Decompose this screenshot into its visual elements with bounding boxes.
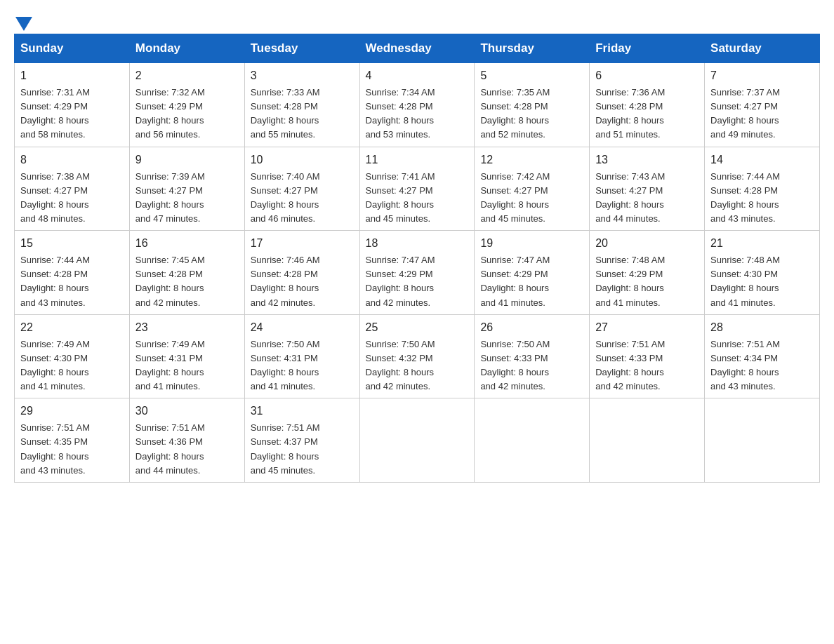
cell-sun-data: Sunrise: 7:39 AMSunset: 4:27 PMDaylight:… [135,170,239,227]
cell-sun-data: Sunrise: 7:51 AMSunset: 4:35 PMDaylight:… [20,421,124,478]
day-number: 31 [251,403,354,420]
day-number: 9 [135,152,239,168]
calendar-cell [590,398,705,483]
cell-sun-data: Sunrise: 7:44 AMSunset: 4:28 PMDaylight:… [20,253,124,310]
page-header [14,14,820,27]
calendar-cell: 11Sunrise: 7:41 AMSunset: 4:27 PMDayligh… [359,147,475,231]
day-number: 30 [135,403,239,420]
calendar-cell: 21Sunrise: 7:48 AMSunset: 4:30 PMDayligh… [705,231,820,315]
calendar-cell: 2Sunrise: 7:32 AMSunset: 4:29 PMDaylight… [129,63,244,147]
calendar-cell [705,398,820,483]
calendar-cell: 31Sunrise: 7:51 AMSunset: 4:37 PMDayligh… [244,398,359,483]
calendar-cell: 20Sunrise: 7:48 AMSunset: 4:29 PMDayligh… [590,231,705,315]
cell-sun-data: Sunrise: 7:50 AMSunset: 4:33 PMDaylight:… [480,337,583,394]
calendar-cell [475,398,590,483]
day-number: 8 [20,152,124,168]
cell-sun-data: Sunrise: 7:38 AMSunset: 4:27 PMDaylight:… [20,170,124,227]
day-number: 11 [366,152,469,168]
cell-sun-data: Sunrise: 7:33 AMSunset: 4:28 PMDaylight:… [251,86,354,142]
calendar-cell: 23Sunrise: 7:49 AMSunset: 4:31 PMDayligh… [129,314,244,398]
cell-sun-data: Sunrise: 7:36 AMSunset: 4:28 PMDaylight:… [595,86,699,142]
calendar-cell: 24Sunrise: 7:50 AMSunset: 4:31 PMDayligh… [244,314,359,398]
cell-sun-data: Sunrise: 7:47 AMSunset: 4:29 PMDaylight:… [366,253,469,310]
day-number: 5 [480,67,583,84]
cell-sun-data: Sunrise: 7:34 AMSunset: 4:28 PMDaylight:… [366,86,469,142]
calendar-cell: 5Sunrise: 7:35 AMSunset: 4:28 PMDaylight… [475,63,590,147]
cell-sun-data: Sunrise: 7:47 AMSunset: 4:29 PMDaylight:… [480,253,583,310]
cell-sun-data: Sunrise: 7:49 AMSunset: 4:30 PMDaylight:… [20,337,124,394]
calendar-cell: 10Sunrise: 7:40 AMSunset: 4:27 PMDayligh… [244,147,359,231]
cell-sun-data: Sunrise: 7:42 AMSunset: 4:27 PMDaylight:… [480,170,583,227]
cell-sun-data: Sunrise: 7:35 AMSunset: 4:28 PMDaylight:… [480,86,583,142]
cell-sun-data: Sunrise: 7:51 AMSunset: 4:33 PMDaylight:… [595,337,699,394]
calendar-week-row: 15Sunrise: 7:44 AMSunset: 4:28 PMDayligh… [15,231,820,315]
day-number: 14 [710,152,814,168]
cell-sun-data: Sunrise: 7:46 AMSunset: 4:28 PMDaylight:… [251,253,354,310]
day-number: 3 [251,67,354,84]
day-number: 25 [366,319,469,336]
cell-sun-data: Sunrise: 7:50 AMSunset: 4:32 PMDaylight:… [366,337,469,394]
calendar-cell: 9Sunrise: 7:39 AMSunset: 4:27 PMDaylight… [129,147,244,231]
cell-sun-data: Sunrise: 7:32 AMSunset: 4:29 PMDaylight:… [135,86,239,142]
day-number: 1 [20,67,124,84]
calendar-cell: 1Sunrise: 7:31 AMSunset: 4:29 PMDaylight… [15,63,130,147]
calendar-header-row: Sunday Monday Tuesday Wednesday Thursday… [15,34,820,63]
calendar-week-row: 22Sunrise: 7:49 AMSunset: 4:30 PMDayligh… [15,314,820,398]
day-number: 21 [710,235,814,252]
cell-sun-data: Sunrise: 7:49 AMSunset: 4:31 PMDaylight:… [135,337,239,394]
col-wednesday: Wednesday [359,34,475,63]
calendar-cell: 14Sunrise: 7:44 AMSunset: 4:28 PMDayligh… [705,147,820,231]
calendar-cell: 17Sunrise: 7:46 AMSunset: 4:28 PMDayligh… [244,231,359,315]
cell-sun-data: Sunrise: 7:51 AMSunset: 4:34 PMDaylight:… [710,337,814,394]
day-number: 10 [251,152,354,168]
calendar-cell: 6Sunrise: 7:36 AMSunset: 4:28 PMDaylight… [590,63,705,147]
cell-sun-data: Sunrise: 7:45 AMSunset: 4:28 PMDaylight:… [135,253,239,310]
calendar-cell: 28Sunrise: 7:51 AMSunset: 4:34 PMDayligh… [705,314,820,398]
col-saturday: Saturday [705,34,820,63]
col-tuesday: Tuesday [244,34,359,63]
day-number: 7 [710,67,814,84]
calendar-cell: 13Sunrise: 7:43 AMSunset: 4:27 PMDayligh… [590,147,705,231]
calendar-cell: 30Sunrise: 7:51 AMSunset: 4:36 PMDayligh… [129,398,244,483]
day-number: 22 [20,319,124,336]
day-number: 27 [595,319,699,336]
col-sunday: Sunday [15,34,130,63]
cell-sun-data: Sunrise: 7:40 AMSunset: 4:27 PMDaylight:… [251,170,354,227]
logo-arrow-icon [15,17,32,31]
calendar-cell: 18Sunrise: 7:47 AMSunset: 4:29 PMDayligh… [359,231,475,315]
calendar-cell: 25Sunrise: 7:50 AMSunset: 4:32 PMDayligh… [359,314,475,398]
calendar-cell: 7Sunrise: 7:37 AMSunset: 4:27 PMDaylight… [705,63,820,147]
calendar-cell: 29Sunrise: 7:51 AMSunset: 4:35 PMDayligh… [15,398,130,483]
day-number: 23 [135,319,239,336]
day-number: 15 [20,235,124,252]
cell-sun-data: Sunrise: 7:37 AMSunset: 4:27 PMDaylight:… [710,86,814,142]
cell-sun-data: Sunrise: 7:48 AMSunset: 4:30 PMDaylight:… [710,253,814,310]
cell-sun-data: Sunrise: 7:43 AMSunset: 4:27 PMDaylight:… [595,170,699,227]
cell-sun-data: Sunrise: 7:31 AMSunset: 4:29 PMDaylight:… [20,86,124,142]
calendar-cell [359,398,475,483]
calendar-cell: 8Sunrise: 7:38 AMSunset: 4:27 PMDaylight… [15,147,130,231]
col-friday: Friday [590,34,705,63]
day-number: 13 [595,152,699,168]
calendar-cell: 26Sunrise: 7:50 AMSunset: 4:33 PMDayligh… [475,314,590,398]
logo [14,14,32,27]
day-number: 17 [251,235,354,252]
col-thursday: Thursday [475,34,590,63]
day-number: 29 [20,403,124,420]
calendar-week-row: 8Sunrise: 7:38 AMSunset: 4:27 PMDaylight… [15,147,820,231]
day-number: 16 [135,235,239,252]
calendar-cell: 19Sunrise: 7:47 AMSunset: 4:29 PMDayligh… [475,231,590,315]
day-number: 19 [480,235,583,252]
cell-sun-data: Sunrise: 7:51 AMSunset: 4:36 PMDaylight:… [135,421,239,478]
calendar-cell: 3Sunrise: 7:33 AMSunset: 4:28 PMDaylight… [244,63,359,147]
day-number: 24 [251,319,354,336]
cell-sun-data: Sunrise: 7:48 AMSunset: 4:29 PMDaylight:… [595,253,699,310]
calendar-cell: 4Sunrise: 7:34 AMSunset: 4:28 PMDaylight… [359,63,475,147]
day-number: 12 [480,152,583,168]
day-number: 26 [480,319,583,336]
calendar-cell: 12Sunrise: 7:42 AMSunset: 4:27 PMDayligh… [475,147,590,231]
cell-sun-data: Sunrise: 7:41 AMSunset: 4:27 PMDaylight:… [366,170,469,227]
day-number: 20 [595,235,699,252]
day-number: 28 [710,319,814,336]
calendar-week-row: 29Sunrise: 7:51 AMSunset: 4:35 PMDayligh… [15,398,820,483]
